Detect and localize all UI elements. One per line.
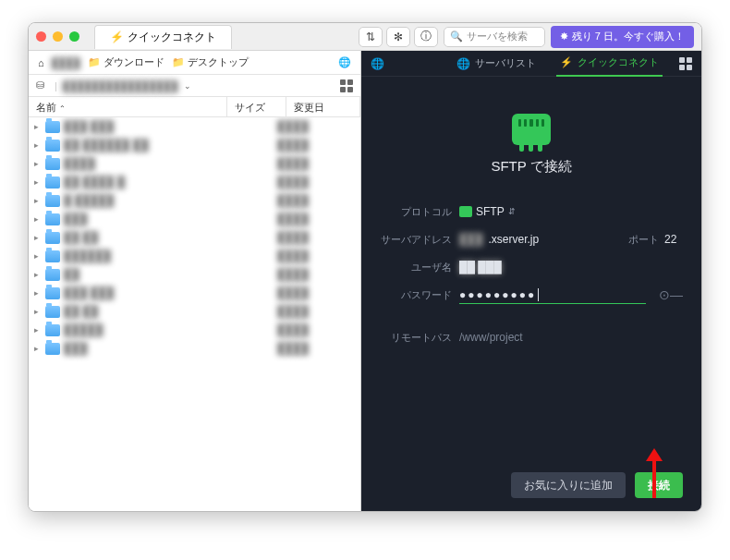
local-path[interactable]: ████████████████ xyxy=(63,80,178,91)
file-row[interactable]: ▸██ ██████ ██████ xyxy=(29,136,360,154)
tab-quick-connect[interactable]: ⚡ クイックコネクト xyxy=(94,25,232,49)
file-name: ██ xyxy=(64,268,274,281)
col-size[interactable]: サイズ xyxy=(227,97,286,116)
settings-button[interactable]: ✻ xyxy=(386,27,410,47)
col-name[interactable]: 名前 ⌃ xyxy=(29,97,227,116)
file-row[interactable]: ▸██ ████ █████ xyxy=(29,173,360,191)
disclosure-icon[interactable]: ▸ xyxy=(34,251,42,261)
label-port: ポート xyxy=(628,233,659,247)
label-remote-path: リモートパス xyxy=(380,331,452,345)
tab-server-list[interactable]: 🌐 サーバリスト xyxy=(453,51,540,76)
add-favorite-button[interactable]: お気に入りに追加 xyxy=(511,472,626,498)
file-name: ████ xyxy=(64,157,274,170)
file-date: ████ xyxy=(277,305,355,318)
disclosure-icon[interactable]: ▸ xyxy=(34,159,42,168)
file-name: ██ ████ █ xyxy=(64,176,274,189)
disclosure-icon[interactable]: ▸ xyxy=(34,288,42,298)
breadcrumb-home[interactable]: ⌂ xyxy=(38,57,44,68)
file-row[interactable]: ▸█████████ xyxy=(29,321,360,339)
toolbar-buttons: ⇅ ✻ ⓘ xyxy=(359,27,438,47)
file-row[interactable]: ▸███████ xyxy=(29,339,360,358)
info-button[interactable]: ⓘ xyxy=(414,27,438,47)
breadcrumb-item[interactable]: ████ xyxy=(52,57,80,68)
sync-button[interactable]: ⇅ xyxy=(359,27,383,47)
folder-icon xyxy=(45,324,60,336)
username-input[interactable]: ██ ███ xyxy=(459,261,683,274)
file-list[interactable]: ▸███ ███████▸██ ██████ ██████▸████████▸█… xyxy=(29,117,360,511)
file-name: ███ ███ xyxy=(64,120,274,133)
server-search-input[interactable]: 🔍 サーバを検索 xyxy=(444,27,545,47)
disclosure-icon[interactable]: ▸ xyxy=(34,270,42,279)
connect-form: SFTP で接続 プロトコル SFTP ⇵ サーバアドレ xyxy=(361,77,701,511)
disclosure-icon[interactable]: ▸ xyxy=(34,140,42,150)
file-row[interactable]: ▸████████ xyxy=(29,154,360,173)
bolt-icon: ⚡ xyxy=(110,30,124,43)
disclosure-icon[interactable]: ▸ xyxy=(34,122,42,131)
view-mode-button[interactable] xyxy=(340,79,353,92)
folder-icon xyxy=(45,287,60,299)
folder-icon xyxy=(45,269,60,281)
breadcrumb-desktop[interactable]: 📁 デスクトップ xyxy=(172,55,249,69)
breadcrumb-downloads[interactable]: 📁 ダウンロード xyxy=(88,55,164,69)
search-placeholder: サーバを検索 xyxy=(467,30,528,43)
file-row[interactable]: ▸███ ███████ xyxy=(29,117,360,136)
globe-icon[interactable]: 🌐 xyxy=(338,56,351,68)
col-date[interactable]: 変更日 xyxy=(286,97,360,116)
minimize-window-button[interactable] xyxy=(53,31,63,42)
close-window-button[interactable] xyxy=(36,31,46,42)
file-date: ████ xyxy=(277,231,355,244)
view-mode-button[interactable] xyxy=(679,57,692,70)
file-columns-header: 名前 ⌃ サイズ 変更日 xyxy=(29,97,360,117)
local-files-pane: ⌂ ████ 📁 ダウンロード 📁 デスクトップ 🌐 ⛁ | █████████… xyxy=(29,51,361,511)
file-row[interactable]: ▸██████ xyxy=(29,265,360,284)
folder-icon xyxy=(45,213,60,225)
file-row[interactable]: ▸██ ██████ xyxy=(29,228,360,247)
label-protocol: プロトコル xyxy=(380,205,452,219)
disclosure-icon[interactable]: ▸ xyxy=(34,325,42,335)
trial-promo-button[interactable]: ✸ 残り 7 日。今すぐ購入！ xyxy=(551,26,694,48)
disclosure-icon[interactable]: ▸ xyxy=(34,177,42,187)
file-date: ████ xyxy=(277,176,355,189)
file-date: ████ xyxy=(277,286,355,299)
server-address-input[interactable]: ███.xserver.jp ポート 22 xyxy=(459,233,683,247)
app-window: ⚡ クイックコネクト ⇅ ✻ ⓘ 🔍 サーバを検索 ✸ 残り 7 日。今すぐ購入… xyxy=(28,22,702,512)
file-date: ████ xyxy=(277,342,355,355)
port-input[interactable]: 22 xyxy=(664,233,683,246)
file-name: ███ xyxy=(64,213,274,225)
tab-quick-connect-remote[interactable]: ⚡ クイックコネクト xyxy=(556,50,663,77)
disclosure-icon[interactable]: ▸ xyxy=(34,344,42,353)
disclosure-icon[interactable]: ▸ xyxy=(34,214,42,224)
file-row[interactable]: ▸██ ██████ xyxy=(29,302,360,321)
file-date: ████ xyxy=(277,323,355,336)
titlebar: ⚡ クイックコネクト ⇅ ✻ ⓘ 🔍 サーバを検索 ✸ 残り 7 日。今すぐ購入… xyxy=(29,23,701,51)
disclosure-icon[interactable]: ▸ xyxy=(34,307,42,316)
file-row[interactable]: ▸███ ███████ xyxy=(29,284,360,302)
disk-icon: ⛁ xyxy=(36,79,49,91)
password-input[interactable]: ●●●●●●●●● xyxy=(459,286,646,304)
annotation-arrow xyxy=(652,448,663,498)
sftp-icon xyxy=(459,206,472,217)
window-controls xyxy=(36,31,79,42)
disclosure-icon[interactable]: ▸ xyxy=(34,196,42,205)
chevron-updown-icon: ⇵ xyxy=(508,207,516,216)
remote-path-input[interactable]: /www/project xyxy=(459,331,683,344)
file-row[interactable]: ▸███████ xyxy=(29,210,360,228)
chevron-down-icon[interactable]: ⌄ xyxy=(184,81,191,91)
bolt-icon: ⚡ xyxy=(560,56,573,68)
label-server: サーバアドレス xyxy=(380,233,452,247)
protocol-select[interactable]: SFTP ⇵ xyxy=(459,205,516,218)
folder-icon xyxy=(45,121,60,133)
disclosure-icon[interactable]: ▸ xyxy=(34,233,42,242)
folder-icon xyxy=(45,158,60,170)
file-row[interactable]: ▸█ █████████ xyxy=(29,191,360,210)
key-icon[interactable]: ⊙― xyxy=(659,287,683,302)
globe-icon: 🌐 xyxy=(456,57,470,70)
file-date: ████ xyxy=(277,268,355,281)
home-icon: ⌂ xyxy=(38,57,44,68)
file-row[interactable]: ▸██████████ xyxy=(29,247,360,265)
file-name: ██████ xyxy=(64,250,274,262)
zoom-window-button[interactable] xyxy=(69,31,79,42)
promo-text: 残り 7 日。今すぐ購入！ xyxy=(572,30,685,43)
connect-title: SFTP で接続 xyxy=(491,158,571,176)
file-date: ████ xyxy=(277,250,355,262)
